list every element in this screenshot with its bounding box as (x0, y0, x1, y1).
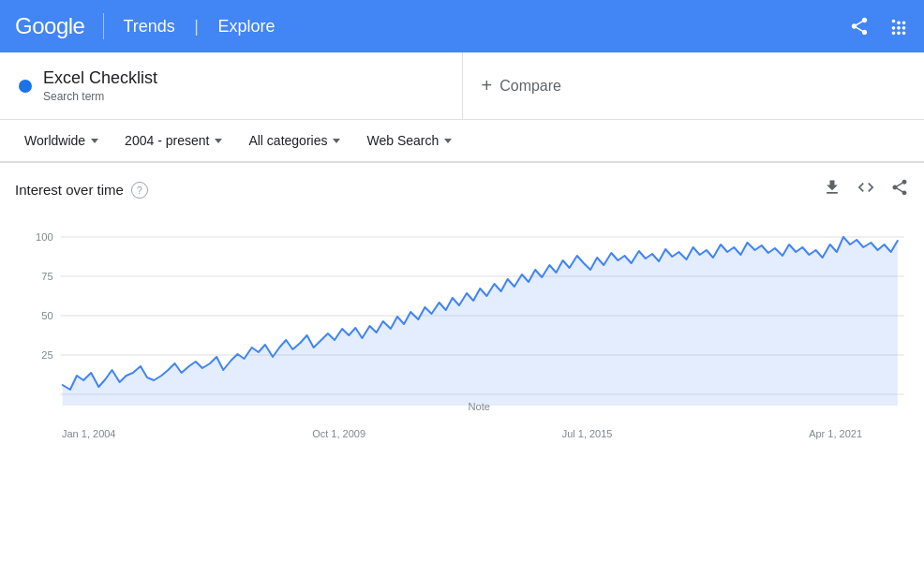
compare-plus-icon: + (482, 75, 493, 96)
filters-bar: Worldwide 2004 - present All categories … (0, 120, 924, 163)
header-divider (103, 13, 104, 39)
header-explore: Explore (217, 17, 275, 37)
chart-container: 100 75 50 25 Note Jan 1, 2004 Oct 1, 200… (15, 209, 909, 439)
svg-text:100: 100 (36, 231, 53, 243)
search-term-type: Search term (43, 90, 157, 103)
search-term-box: Excel Checklist Search term (0, 52, 463, 119)
chart-actions (823, 178, 909, 201)
search-type-chevron-icon (444, 139, 452, 143)
help-icon[interactable]: ? (131, 182, 148, 199)
search-term-name: Excel Checklist (43, 68, 157, 88)
app-header: Google Trends | Explore (0, 0, 924, 52)
search-term-info: Excel Checklist Search term (43, 68, 157, 103)
region-filter[interactable]: Worldwide (15, 127, 108, 154)
x-axis-labels: Jan 1, 2004 Oct 1, 2009 Jul 1, 2015 Apr … (15, 424, 909, 439)
header-title: Trends (123, 17, 174, 37)
chart-header: Interest over time ? (15, 178, 909, 201)
apps-icon[interactable] (888, 16, 909, 37)
search-section: Excel Checklist Search term + Compare (0, 52, 924, 120)
date-filter[interactable]: 2004 - present (115, 127, 231, 154)
chart-title-row: Interest over time ? (15, 182, 148, 199)
category-chevron-icon (333, 139, 340, 143)
search-type-filter[interactable]: Web Search (357, 127, 461, 154)
svg-text:25: 25 (41, 349, 52, 361)
svg-marker-9 (63, 237, 898, 406)
header-separator: | (194, 17, 199, 37)
download-icon[interactable] (823, 178, 842, 201)
svg-text:75: 75 (41, 271, 52, 282)
share-chart-icon[interactable] (890, 178, 909, 201)
share-icon[interactable] (849, 16, 870, 37)
x-label-3: Jul 1, 2015 (562, 428, 613, 439)
x-label-1: Jan 1, 2004 (62, 428, 116, 439)
google-logo: Google (15, 13, 84, 39)
chart-section: Interest over time ? 10 (0, 163, 924, 454)
date-chevron-icon (215, 139, 222, 143)
category-filter[interactable]: All categories (239, 127, 350, 154)
x-label-4: Apr 1, 2021 (809, 428, 862, 439)
search-term-indicator (19, 80, 32, 93)
trend-chart: 100 75 50 25 Note (15, 209, 909, 424)
compare-box[interactable]: + Compare (463, 52, 925, 119)
header-icons (849, 16, 909, 37)
svg-text:Note: Note (468, 401, 490, 412)
compare-label: Compare (499, 78, 561, 95)
embed-icon[interactable] (857, 178, 875, 201)
region-chevron-icon (91, 139, 98, 143)
chart-title: Interest over time (15, 182, 124, 198)
svg-text:50: 50 (41, 310, 52, 321)
header-left: Google Trends | Explore (15, 13, 275, 39)
x-label-2: Oct 1, 2009 (312, 428, 365, 439)
